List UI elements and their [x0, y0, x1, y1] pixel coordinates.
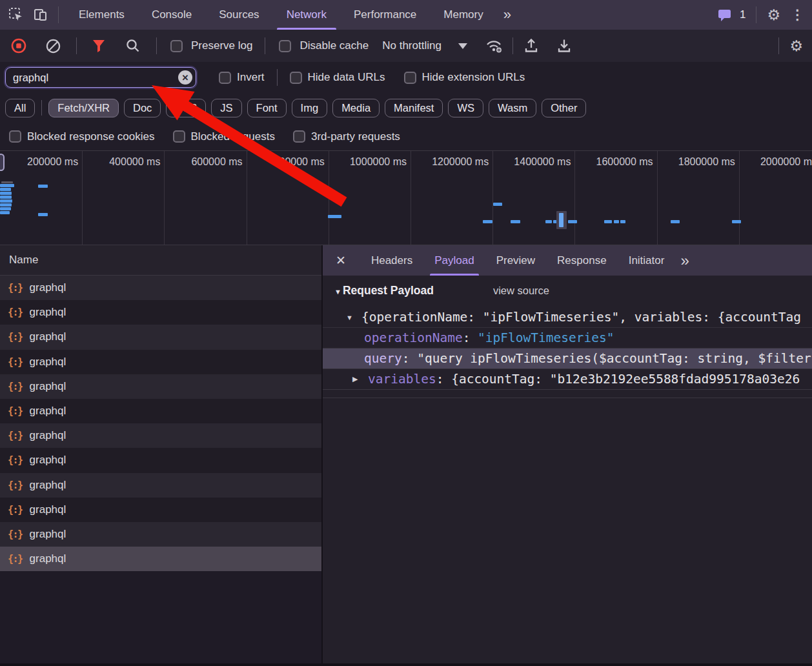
- blocked-response-cookies-checkbox[interactable]: [9, 130, 21, 143]
- timeline-request-bar: [0, 192, 12, 195]
- topbar-right-controls: 1 ⚙ ⋮: [715, 5, 804, 25]
- filter-input-wrap: ✕: [5, 67, 196, 88]
- hide-data-urls-checkbox[interactable]: [290, 72, 302, 84]
- disable-cache-label: Disable cache: [299, 39, 369, 52]
- third-party-requests-checkbox[interactable]: [293, 130, 305, 143]
- detail-tab-response[interactable]: Response: [546, 245, 618, 276]
- filter-chip-media[interactable]: Media: [332, 99, 380, 117]
- request-row[interactable]: {:}graphql: [0, 374, 321, 399]
- clear-network-log-button[interactable]: [43, 36, 63, 56]
- detail-tab-headers[interactable]: Headers: [360, 245, 423, 276]
- network-overview-timeline[interactable]: 200000 ms400000 ms600000 ms800000 ms1000…: [0, 150, 812, 245]
- request-row[interactable]: {:}graphql: [0, 522, 321, 547]
- request-row[interactable]: {:}graphql: [0, 276, 321, 300]
- settings-gear-icon[interactable]: ⚙: [767, 8, 780, 23]
- filter-chip-manifest[interactable]: Manifest: [385, 99, 443, 117]
- filter-chip-wasm[interactable]: Wasm: [489, 99, 536, 117]
- timeline-axis-label: 1000000 ms: [329, 156, 407, 168]
- request-row[interactable]: {:}graphql: [0, 399, 321, 423]
- details-tabs: HeadersPayloadPreviewResponseInitiator: [360, 245, 675, 276]
- request-type-filters: AllFetch/XHRDocCSSJSFontImgMediaManifest…: [0, 93, 812, 123]
- more-details-tabs-button[interactable]: »: [680, 252, 689, 270]
- throttling-dropdown[interactable]: No throttling: [382, 39, 467, 52]
- section-collapse-triangle-icon[interactable]: ▼: [334, 288, 341, 296]
- timeline-request-bar: [614, 220, 619, 223]
- network-settings-gear-icon[interactable]: ⚙: [789, 39, 803, 54]
- window-bottom-edge: [0, 663, 812, 666]
- messages-icon[interactable]: [715, 5, 735, 25]
- blocked-response-cookies-label: Blocked response cookies: [27, 130, 155, 143]
- disable-cache-checkbox[interactable]: [279, 40, 291, 52]
- timeline-axis-label: 400000 ms: [83, 156, 160, 168]
- tab-elements[interactable]: Elements: [65, 0, 138, 30]
- filter-input[interactable]: [5, 67, 196, 88]
- request-row[interactable]: {:}graphql: [0, 448, 321, 472]
- tab-memory[interactable]: Memory: [430, 0, 496, 30]
- hide-extension-urls-checkbox[interactable]: [404, 72, 416, 84]
- record-network-log-button[interactable]: [9, 36, 28, 56]
- filter-chip-other[interactable]: Other: [542, 99, 586, 117]
- detail-tab-initiator[interactable]: Initiator: [618, 245, 676, 276]
- timeline-request-bar: [1, 181, 13, 183]
- filter-chip-doc[interactable]: Doc: [124, 99, 161, 117]
- request-row[interactable]: {:}graphql: [0, 473, 321, 498]
- timeline-axis-label: 2000000 ms: [740, 156, 812, 168]
- network-conditions-icon[interactable]: [485, 36, 504, 56]
- request-row[interactable]: {:}graphql: [0, 300, 321, 325]
- json-key: query: [364, 351, 402, 366]
- export-har-icon[interactable]: [554, 36, 574, 56]
- json-icon: {:}: [8, 430, 23, 441]
- payload-variables-row[interactable]: ▶ variables: {accountTag: "b12e3b2192ee5…: [323, 368, 812, 389]
- request-name: graphql: [30, 281, 66, 294]
- request-row[interactable]: {:}graphql: [0, 423, 321, 448]
- filter-chip-js[interactable]: JS: [211, 99, 241, 117]
- request-name: graphql: [30, 528, 66, 541]
- timeline-axis-label: 1400000 ms: [493, 156, 571, 168]
- collapsed-triangle-icon[interactable]: ▶: [352, 375, 368, 383]
- filter-chip-css[interactable]: CSS: [166, 99, 206, 117]
- payload-query-row[interactable]: query: "query ipFlowTimeseries($accountT…: [323, 348, 812, 368]
- request-row[interactable]: {:}graphql: [0, 350, 321, 374]
- json-icon: {:}: [8, 405, 23, 417]
- filter-chip-all[interactable]: All: [5, 99, 35, 117]
- view-source-link[interactable]: view source: [493, 285, 549, 297]
- blocked-requests-checkbox[interactable]: [173, 130, 185, 143]
- name-column-header[interactable]: Name: [0, 245, 321, 276]
- filter-chip-fetch-xhr[interactable]: Fetch/XHR: [48, 99, 119, 117]
- topbar-divider: [756, 6, 756, 23]
- device-toolbar-icon[interactable]: [31, 5, 50, 25]
- request-row[interactable]: {:}graphql: [0, 325, 321, 349]
- request-row[interactable]: {:}graphql: [0, 498, 321, 522]
- preserve-log-checkbox[interactable]: [170, 40, 183, 52]
- more-options-kebab-icon[interactable]: ⋮: [791, 7, 804, 23]
- expand-triangle-icon[interactable]: ▼: [346, 314, 361, 321]
- filter-chip-font[interactable]: Font: [247, 99, 287, 117]
- request-row[interactable]: {:}graphql: [0, 547, 321, 571]
- payload-operation-row[interactable]: operationName: "ipFlowTimeseries": [323, 327, 812, 348]
- filter-funnel-icon[interactable]: [89, 36, 108, 56]
- more-panels-button[interactable]: »: [497, 6, 518, 23]
- details-tabbar: ✕ HeadersPayloadPreviewResponseInitiator…: [323, 245, 812, 276]
- import-har-icon[interactable]: [522, 36, 541, 56]
- timeline-request-bar: [493, 203, 502, 206]
- timeline-request-bar: [0, 211, 10, 214]
- tab-console[interactable]: Console: [138, 0, 205, 30]
- detail-tab-preview[interactable]: Preview: [485, 245, 546, 276]
- filter-chip-img[interactable]: Img: [292, 99, 328, 117]
- tab-sources[interactable]: Sources: [205, 0, 272, 30]
- request-name: graphql: [30, 429, 66, 442]
- json-icon: {:}: [8, 381, 23, 392]
- preserve-log-label: Preserve log: [191, 39, 252, 52]
- close-details-icon[interactable]: ✕: [336, 253, 346, 268]
- timeline-request-bar: [38, 213, 48, 216]
- clear-filter-icon[interactable]: ✕: [178, 70, 192, 85]
- payload-root-row[interactable]: ▼ {operationName: "ipFlowTimeseries", va…: [323, 307, 812, 327]
- filter-chip-ws[interactable]: WS: [448, 99, 483, 117]
- inspect-element-icon[interactable]: [6, 5, 26, 25]
- invert-checkbox[interactable]: [219, 72, 231, 84]
- search-icon[interactable]: [123, 36, 143, 56]
- request-name: graphql: [30, 356, 66, 368]
- tab-network[interactable]: Network: [273, 0, 340, 30]
- tab-performance[interactable]: Performance: [340, 0, 430, 30]
- detail-tab-payload[interactable]: Payload: [423, 245, 485, 276]
